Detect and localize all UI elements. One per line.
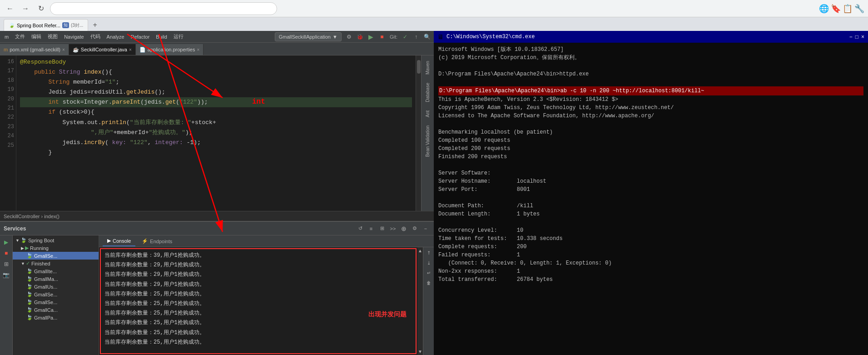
file-tab-controller[interactable]: ☕ SeckillController.java × — [69, 44, 136, 55]
expand-arrow-running: ▶ — [21, 246, 24, 250]
cmd-window: 🖥 C:\Windows\System32\cmd.exe − □ × Micr… — [434, 31, 868, 355]
code-editor[interactable]: @ResponseBody public String index(){ Str… — [16, 55, 416, 211]
tree-item-gmallite[interactable]: 🍃 GmallIte... — [13, 267, 99, 275]
editor-scrollbar[interactable] — [416, 55, 421, 211]
endpoints-icon: ⚡ — [142, 238, 148, 244]
menu-refactor[interactable]: Refactor — [128, 33, 153, 40]
git-check-btn[interactable]: ✓ — [400, 32, 410, 41]
menu-file[interactable]: 文件 — [12, 32, 28, 41]
console-line-8: 当前库存剩余数量：25,用户1抢购成功。 — [103, 318, 414, 328]
cmd-line-5 — [438, 78, 863, 86]
layout-btn[interactable]: ⊞ — [1, 259, 11, 269]
services-toolbar-refresh[interactable]: ↺ — [356, 224, 365, 233]
pom-close[interactable]: × — [62, 47, 65, 52]
cmd-body[interactable]: Microsoft Windows [版本 10.0.18362.657] (c… — [434, 43, 868, 355]
tree-item-finished[interactable]: ▼ ✓ Finished — [13, 260, 99, 267]
console-scroll-top[interactable]: ⤒ — [424, 248, 433, 257]
services-toolbar-close[interactable]: − — [421, 224, 430, 233]
menu-run[interactable]: 运行 — [171, 32, 186, 41]
menu-navigate[interactable]: Navigate — [61, 33, 86, 40]
console-clear[interactable]: 🗑 — [424, 278, 433, 287]
tree-item-springboot[interactable]: ▼ 🍃 Spring Boot — [13, 236, 99, 244]
controller-label: SeckillController.java — [81, 47, 127, 52]
code-line-17: public String index(){ — [20, 67, 412, 77]
search-everywhere-btn[interactable]: 🔍 — [422, 32, 432, 41]
menu-analyze[interactable]: Analyze — [104, 33, 127, 40]
back-button[interactable]: ← — [4, 2, 16, 15]
vertical-tab-bean[interactable]: Bean Validation — [424, 122, 431, 160]
build-btn[interactable]: ⚙ — [344, 32, 354, 41]
menu-view[interactable]: 视图 — [45, 32, 60, 41]
cmd-line-bench: Benchmarking localhost (be patient) — [438, 128, 863, 136]
services-toolbar-more[interactable]: >> — [388, 224, 397, 233]
code-line-22: System.out.println("当前库存剩余数量: "+stock+ — [20, 118, 412, 128]
stop-btn[interactable]: ■ — [377, 32, 387, 41]
tab-console[interactable]: ▶ Console — [103, 236, 135, 246]
tree-item-gmallse2[interactable]: 🍃 GmallSe... — [13, 290, 99, 298]
tree-item-gmallse-selected[interactable]: 🍃 GmallSe... — [13, 252, 99, 260]
console-scroll-bot[interactable]: ⤓ — [424, 258, 433, 267]
cmd-close[interactable]: × — [861, 34, 864, 40]
git-label: Git: — [390, 34, 397, 40]
git-commit-btn[interactable]: ↑ — [411, 32, 421, 41]
file-tab-properties[interactable]: 📄 application.properties × — [136, 44, 203, 55]
cmd-line-copyright2: Licensed to The Apache Software Foundati… — [438, 112, 863, 120]
pom-icon: m — [4, 47, 8, 52]
services-toolbar-list[interactable]: ≡ — [367, 224, 376, 233]
debug-btn[interactable]: 🐞 — [355, 32, 365, 41]
refresh-button[interactable]: ↻ — [35, 2, 47, 15]
run-service-btn[interactable]: ▶ — [1, 237, 11, 247]
address-bar[interactable]: localhost:8001/kill — [50, 2, 277, 15]
console-output[interactable]: 当前库存剩余数量：39,用户1抢购成功。 当前库存剩余数量：29,用户1抢购成功… — [100, 248, 417, 354]
code-line-24: jedis.incrBy( key: "122", integer: -1); — [20, 138, 412, 148]
console-icon: ▶ — [107, 238, 111, 244]
file-tab-pom[interactable]: m pom.xml (gmall-seckill) × — [0, 44, 69, 55]
menu-m[interactable]: m — [2, 33, 11, 40]
run-config-dropdown[interactable]: GmallSeckillApplication ▼ — [275, 32, 342, 41]
tree-item-gmallca[interactable]: 🍃 GmallCa... — [13, 306, 99, 314]
cmd-line-2: (c) 2019 Microsoft Corporation。保留所有权利。 — [438, 54, 863, 62]
vertical-tab-ant[interactable]: Ant — [424, 107, 431, 121]
menu-edit[interactable]: 编辑 — [29, 32, 44, 41]
camera-btn[interactable]: 📷 — [1, 270, 11, 280]
run-btn[interactable]: ▶ — [366, 32, 376, 41]
tree-item-gmallus[interactable]: 🍃 GmallUs... — [13, 283, 99, 290]
tree-item-gmallse3[interactable]: 🍃 GmallSe... — [13, 298, 99, 306]
services-toolbar-settings[interactable]: ⚙ — [410, 224, 419, 233]
code-line-21: if (stock>0){ — [20, 107, 412, 117]
services-panel: Services ↺ ≡ ⊞ >> ⊕ ⚙ − — [0, 221, 434, 355]
cmd-line-3 — [438, 62, 863, 70]
expand-arrow-springboot: ▼ — [15, 238, 20, 243]
cmd-non2xx: Non-2xx responses: 1 — [438, 267, 863, 275]
cmd-line-1: Microsoft Windows [版本 10.0.18362.657] — [438, 45, 863, 54]
cmd-titlebar: 🖥 C:\Windows\System32\cmd.exe − □ × — [434, 31, 868, 43]
vertical-tab-database[interactable]: Database — [424, 79, 431, 106]
cmd-concurrency: Concurrency Level: 10 — [438, 226, 863, 235]
stop-service-btn[interactable]: ■ — [1, 248, 11, 258]
controller-close[interactable]: × — [129, 47, 132, 52]
services-tree: ▼ 🍃 Spring Boot ▶ ▶ Running — [13, 235, 99, 355]
cmd-line-copyright1: Copyright 1996 Adam Twiss, Zeus Technolo… — [438, 104, 863, 112]
tab-endpoints[interactable]: ⚡ Endpoints — [137, 236, 177, 246]
springboot-label: Spring Boot — [28, 238, 54, 243]
tree-item-gmallpa[interactable]: 🍃 GmallPa... — [13, 314, 99, 321]
new-tab-button[interactable]: + — [89, 19, 101, 31]
menu-build[interactable]: Build — [153, 33, 169, 40]
services-toolbar-grid[interactable]: ⊞ — [377, 224, 387, 233]
forward-button[interactable]: → — [19, 2, 32, 15]
tree-item-running[interactable]: ▶ ▶ Running — [13, 244, 99, 252]
gmallse-icon: 🍃 — [26, 253, 33, 259]
cmd-minimize[interactable]: − — [849, 34, 853, 40]
tree-item-gmallma[interactable]: 🍃 GmallMa... — [13, 275, 99, 283]
browser-tab-springboot[interactable]: 🍃 Spring Boot Refer... 知 (3封... — [4, 19, 88, 31]
cmd-ab-command: D:\Program Files\Apache\Apache24\bin>ab … — [438, 86, 863, 95]
console-wrap[interactable]: ↵ — [424, 268, 433, 277]
cmd-maximize[interactable]: □ — [855, 34, 858, 40]
console-scrollbar[interactable]: ▲ ▼ — [417, 247, 423, 355]
properties-close[interactable]: × — [197, 47, 199, 52]
vertical-tab-maven[interactable]: Maven — [424, 57, 431, 78]
services-toolbar-add[interactable]: ⊕ — [399, 224, 408, 233]
console-line-5: 当前库存剩余数量：25,用户1抢购成功。 — [103, 290, 414, 299]
menu-code[interactable]: 代码 — [88, 32, 103, 41]
console-line-1: 当前库存剩余数量：39,用户1抢购成功。 — [103, 251, 414, 260]
